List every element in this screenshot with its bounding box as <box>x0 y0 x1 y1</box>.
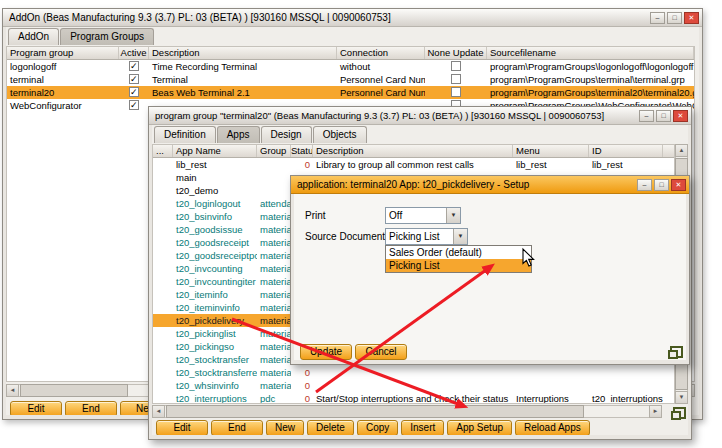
scrollbar-thumb[interactable] <box>166 405 584 418</box>
button-insert[interactable]: Insert <box>401 420 444 435</box>
source-document-dropdown[interactable]: Picking List ▼ <box>385 228 468 245</box>
maximize-icon[interactable]: □ <box>656 110 671 122</box>
print-dropdown[interactable]: Off ▼ <box>385 207 461 224</box>
active-checkbox[interactable] <box>129 74 139 84</box>
column-header-sourcefilename[interactable]: Sourcefilename <box>487 47 694 59</box>
column-header-menu[interactable]: Menu <box>513 145 589 157</box>
apps-window-titlebar[interactable]: program group "terminal20" (Beas Manufac… <box>149 107 691 125</box>
resize-grip-icon[interactable] <box>668 346 683 359</box>
setup-dialog: application: terminal20 App: t20_pickdel… <box>290 175 690 365</box>
column-header-group[interactable]: Group <box>257 145 291 157</box>
button-update[interactable]: Update <box>300 344 352 360</box>
cell-icon <box>153 366 173 379</box>
column-header-id[interactable]: ID <box>589 145 663 157</box>
chevron-down-icon[interactable]: ▼ <box>446 208 460 223</box>
column-header-status[interactable]: Status <box>291 145 313 157</box>
maximize-icon[interactable]: □ <box>654 179 669 191</box>
scroll-left-icon[interactable]: ◄ <box>6 384 19 397</box>
cell-icon <box>153 262 173 275</box>
cell-group: materialm <box>257 366 291 379</box>
button-delete[interactable]: Delete <box>307 420 354 435</box>
cell-none-update <box>425 73 487 86</box>
tab-objects[interactable]: Objects <box>313 126 367 143</box>
dropdown-option-picking-list[interactable]: Picking List <box>386 259 531 272</box>
column-header-program-group[interactable]: Program group <box>7 47 119 59</box>
minimize-icon[interactable]: – <box>639 110 654 122</box>
program-groups-table-header: Program groupActiveDescriptionConnection… <box>7 47 694 60</box>
scroll-down-icon[interactable]: ▼ <box>675 391 688 404</box>
scrollbar-thumb[interactable] <box>20 384 128 397</box>
setup-dialog-titlebar[interactable]: application: terminal20 App: t20_pickdel… <box>291 176 689 194</box>
close-icon[interactable]: ✕ <box>671 179 686 191</box>
row-terminal[interactable]: terminalTerminalPersonnel Card Numbeprog… <box>7 73 694 86</box>
print-label: Print <box>305 210 326 221</box>
close-icon[interactable]: ✕ <box>684 12 699 24</box>
row-lib-rest[interactable]: lib_rest0Library to group all common res… <box>153 158 674 171</box>
column-header-active[interactable]: Active <box>119 47 149 59</box>
cell-program-group: terminal20 <box>7 86 119 99</box>
scroll-left-icon[interactable]: ◄ <box>152 405 165 418</box>
button-reload-apps[interactable]: Reload Apps <box>515 420 590 435</box>
scroll-right-icon[interactable]: ► <box>649 405 662 418</box>
cell-status: 0 <box>291 366 313 379</box>
active-checkbox[interactable] <box>129 100 139 110</box>
column-header-description[interactable]: Description <box>313 145 513 157</box>
tab-design[interactable]: Design <box>261 126 312 143</box>
main-window-controls: – □ ✕ <box>648 12 699 24</box>
button-new[interactable]: New <box>266 420 304 435</box>
none-update-checkbox[interactable] <box>451 61 461 71</box>
tab-program-groups[interactable]: Program Groups <box>60 28 154 45</box>
cell-menu: Interruptions <box>513 392 589 404</box>
button-cancel[interactable]: Cancel <box>355 344 407 360</box>
button-end[interactable]: End <box>65 401 117 415</box>
apps-table-header: ...App NameGroupStatusDescriptionMenuID <box>153 145 674 158</box>
program-groups-table-body: logonlogoffTime Recording Terminalwithou… <box>7 60 694 112</box>
row-t20-stocktransferre[interactable]: t20_stocktransferrematerialm0 <box>153 366 674 379</box>
tab-apps[interactable]: Apps <box>217 126 260 143</box>
active-checkbox[interactable] <box>129 61 139 71</box>
row-logonlogoff[interactable]: logonlogoffTime Recording Terminalwithou… <box>7 60 694 73</box>
cell-app-name: main <box>173 171 257 184</box>
main-window-titlebar[interactable]: AddOn (Beas Manufacturing 9.3 (3.7) PL: … <box>3 9 702 27</box>
active-checkbox[interactable] <box>129 87 139 97</box>
column-header-col-0[interactable]: ... <box>153 145 173 157</box>
cell-menu: lib_rest <box>513 158 589 171</box>
horizontal-scrollbar[interactable]: ◄ ► <box>152 405 662 418</box>
cell-program-group: WebConfigurator <box>7 99 119 112</box>
maximize-icon[interactable]: □ <box>667 12 682 24</box>
tab-addon[interactable]: AddOn <box>8 28 59 45</box>
cell-connection: Personnel Card Numbe <box>337 73 425 86</box>
minimize-icon[interactable]: – <box>637 179 652 191</box>
column-header-connection[interactable]: Connection <box>337 47 425 59</box>
row-t20-whsinvinfo[interactable]: t20_whsinvinfomaterialm0 <box>153 379 674 392</box>
cell-group <box>257 158 291 171</box>
cell-id: t20_interruptions <box>589 392 663 404</box>
close-icon[interactable]: ✕ <box>673 110 688 122</box>
column-header-description[interactable]: Description <box>149 47 337 59</box>
button-edit[interactable]: Edit <box>156 420 208 435</box>
cell-app-name: t20_invcountingiter <box>173 275 257 288</box>
dropdown-option-sales-order-default[interactable]: Sales Order (default) <box>386 246 531 259</box>
cell-group: materialm <box>257 353 291 366</box>
cell-program-group: logonlogoff <box>7 60 119 73</box>
button-end[interactable]: End <box>211 420 263 435</box>
cell-icon <box>153 288 173 301</box>
cell-active <box>119 73 149 86</box>
chevron-down-icon[interactable]: ▼ <box>453 229 467 244</box>
button-app-setup[interactable]: App Setup <box>447 420 512 435</box>
minimize-icon[interactable]: – <box>650 12 665 24</box>
none-update-checkbox[interactable] <box>451 87 461 97</box>
row-t20-interruptions[interactable]: t20_interruptionspdc0Start/Stop interrup… <box>153 392 674 404</box>
tab-definition[interactable]: Definition <box>154 126 216 143</box>
cell-app-name: t20_iteminvinfo <box>173 301 257 314</box>
row-terminal20[interactable]: terminal20Beas Web Terminal 2.1Personnel… <box>7 86 694 99</box>
button-edit[interactable]: Edit <box>10 401 62 415</box>
column-header-none-update[interactable]: None Update <box>425 47 487 59</box>
none-update-checkbox[interactable] <box>451 74 461 84</box>
button-copy[interactable]: Copy <box>357 420 398 435</box>
cell-app-name: t20_demo <box>173 184 257 197</box>
resize-grip-icon[interactable] <box>671 407 686 420</box>
scroll-up-icon[interactable]: ▲ <box>675 144 688 157</box>
column-header-app-name[interactable]: App Name <box>173 145 257 157</box>
cell-group: materialm <box>257 223 291 236</box>
